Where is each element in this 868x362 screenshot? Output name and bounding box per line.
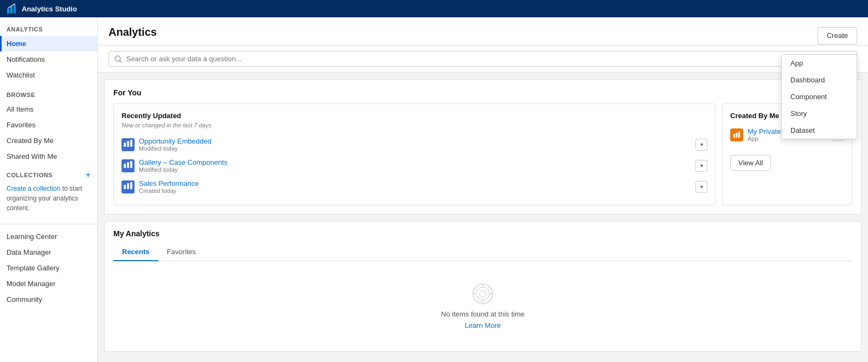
sidebar-item-favorites[interactable]: Favorites [0,117,97,133]
tab-favorites[interactable]: Favorites [158,243,205,261]
item-meta-gallery: Modified today [139,166,227,173]
item-icon-gallery [122,159,135,172]
dropdown-item-dashboard[interactable]: Dashboard [782,72,857,88]
sidebar-divider [0,224,97,224]
recently-updated-card: Recently Updated New or changed in the l… [113,104,716,205]
item-link-opportunity[interactable]: Opportunity Embedded [139,137,212,145]
svg-rect-17 [733,134,735,138]
create-button[interactable]: Create [818,27,857,44]
my-analytics-title: My Analytics [113,229,852,238]
list-item-info: Gallery – Case Components Modified today [139,158,227,173]
svg-rect-10 [124,164,126,168]
browse-section-label: Browse [0,83,97,101]
dropdown-item-app[interactable]: App [782,55,857,72]
svg-rect-18 [736,133,738,138]
app-icon-private [730,128,743,141]
recently-updated-title: Recently Updated [122,112,707,120]
svg-rect-16 [130,182,132,189]
sidebar-item-model-manager[interactable]: Model Manager [0,276,97,292]
sidebar-item-shared-with-me[interactable]: Shared With Me [0,148,97,164]
item-menu-sales[interactable]: ▾ [695,181,707,193]
view-all-button[interactable]: View All [730,155,771,171]
recently-updated-subtitle: New or changed in the last 7 days [122,122,707,128]
svg-rect-19 [738,132,740,138]
collection-cta: Create a collection to start organizing … [0,182,97,219]
analytics-logo-icon [7,3,17,14]
topbar-title: Analytics Studio [22,5,77,13]
svg-line-4 [120,60,122,62]
sidebar-item-learning-center[interactable]: Learning Center [0,229,97,244]
collections-header: Collections + [0,164,97,182]
content-area: Analytics Create App Dashboard Component… [98,17,868,362]
for-you-section: For You Recently Updated New or changed … [104,79,861,215]
sidebar: Analytics Home Notifications Watchlist B… [0,17,98,362]
list-item-info: Sales Performance Created today [139,179,199,194]
svg-rect-6 [124,143,126,147]
sidebar-item-created-by-me[interactable]: Created By Me [0,133,97,148]
table-row: Gallery – Case Components Modified today… [122,155,707,176]
svg-rect-7 [127,141,129,147]
create-dropdown-menu: App Dashboard Component Story Dataset [781,54,857,139]
svg-rect-1 [10,7,12,14]
table-row: Opportunity Embedded Modified today ▾ [122,134,707,155]
item-menu-gallery[interactable]: ▾ [695,160,707,172]
tab-recents[interactable]: Recents [113,243,158,261]
sidebar-item-notifications[interactable]: Notifications [0,51,97,67]
item-menu-opportunity[interactable]: ▾ [695,139,707,151]
for-you-title: For You [113,88,852,97]
sidebar-item-template-gallery[interactable]: Template Gallery [0,260,97,276]
list-item-left: Opportunity Embedded Modified today [122,137,212,152]
my-analytics-section: My Analytics Recents Favorites No items … [104,221,861,352]
empty-state-text: No items found at this time [441,310,525,318]
analytics-header: My Analytics Recents Favorites [105,222,861,261]
svg-rect-2 [14,4,16,14]
analytics-section-label: Analytics [0,17,97,36]
list-item-left: Sales Performance Created today [122,179,199,194]
page-title: Analytics [108,26,157,45]
svg-rect-15 [127,183,129,189]
search-icon [114,55,122,63]
empty-state: No items found at this time Learn More [105,261,861,351]
svg-rect-0 [7,9,9,14]
add-collection-button[interactable]: + [86,171,91,179]
dropdown-item-story[interactable]: Story [782,105,857,122]
item-link-sales[interactable]: Sales Performance [139,179,199,188]
main-layout: Analytics Home Notifications Watchlist B… [0,17,868,362]
collections-label: Collections [7,172,53,178]
learn-more-link[interactable]: Learn More [465,321,501,329]
create-collection-link[interactable]: Create a collection [7,185,60,192]
empty-state-icon [472,283,494,305]
sidebar-item-all-items[interactable]: All Items [0,101,97,117]
svg-point-22 [480,290,486,297]
search-bar [108,51,857,67]
sidebar-item-watchlist[interactable]: Watchlist [0,67,97,83]
svg-rect-11 [127,162,129,168]
svg-rect-12 [130,161,132,168]
svg-rect-8 [130,140,132,147]
item-icon-opportunity [122,138,135,151]
dropdown-item-dataset[interactable]: Dataset [782,122,857,139]
item-link-gallery[interactable]: Gallery – Case Components [139,158,227,166]
sidebar-item-home[interactable]: Home [0,36,97,51]
svg-rect-14 [124,185,126,189]
page-header: Analytics Create [98,17,868,46]
sidebar-item-data-manager[interactable]: Data Manager [0,244,97,260]
sidebar-item-community[interactable]: Community [0,292,97,307]
item-meta-opportunity: Modified today [139,145,212,152]
cards-row: Recently Updated New or changed in the l… [113,104,852,205]
tabs-row: Recents Favorites [113,243,852,261]
table-row: Sales Performance Created today ▾ [122,176,707,197]
svg-point-21 [476,287,489,300]
search-input[interactable] [126,55,851,63]
list-item-left: Gallery – Case Components Modified today [122,158,227,173]
item-icon-sales [122,180,135,193]
search-bar-wrap [98,46,868,73]
dropdown-item-component[interactable]: Component [782,88,857,105]
item-meta-sales: Created today [139,188,199,194]
list-item-info: Opportunity Embedded Modified today [139,137,212,152]
topbar: Analytics Studio [0,0,868,17]
